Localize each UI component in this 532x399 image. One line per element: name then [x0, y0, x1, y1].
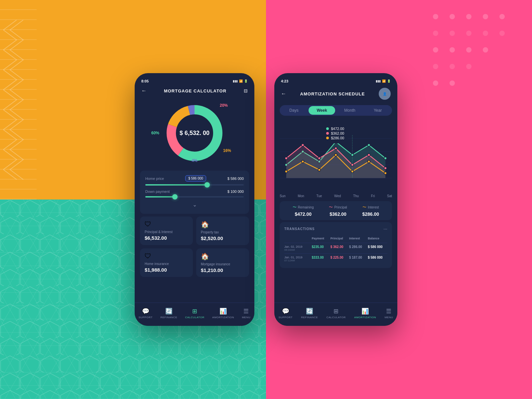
home-price-slider[interactable]	[145, 184, 244, 186]
tr-payment-1: $235.00	[312, 245, 329, 249]
stat-interest-amount: $286.00	[362, 211, 379, 217]
pct-60: 60%	[151, 131, 159, 135]
app-header-1: ← MORTGAGE CALCULATOR ⊟	[135, 85, 254, 96]
nav-calculator-1[interactable]: ⊞ CALCULATOR	[185, 308, 204, 319]
transaction-row-1: Jan. 02, 2019 06:34AM $235.00 $ 362.00 $…	[284, 243, 387, 254]
tr-date-2: Jan. 01, 2019 07:12AM	[284, 256, 310, 262]
tr-balance-1: $ 586 000	[368, 245, 387, 249]
svg-point-37	[285, 157, 288, 160]
nav-calculator-2[interactable]: ⊞ CALCULATOR	[327, 308, 346, 319]
svg-point-36	[384, 157, 387, 160]
stat-remaining-amount: $472.00	[295, 211, 312, 217]
battery-icon: 🔋	[244, 79, 248, 83]
notch-2	[316, 73, 356, 82]
nav-refinance-2[interactable]: 🔄 REFINANCE	[301, 308, 318, 319]
settings-icon-1[interactable]: ⊟	[244, 88, 248, 93]
nav-amortization-1[interactable]: 📊 AMORTIZATION	[212, 308, 234, 319]
donut-amount: $ 6,532. 00	[180, 130, 209, 137]
nav-menu-1[interactable]: ☰ MENU	[242, 308, 251, 319]
signal-icon-2: ▮▮▮	[376, 79, 381, 83]
tab-week[interactable]: Week	[309, 106, 335, 115]
nav-label-amortization-2: AMORTIZATION	[354, 316, 376, 319]
time-1: 8:05	[141, 79, 149, 83]
home-price-badge[interactable]: $ 586 000	[185, 175, 206, 182]
svg-point-40	[334, 147, 337, 150]
down-payment-value: $ 100 000	[227, 190, 244, 194]
nav-label-calculator-2: CALCULATOR	[327, 316, 346, 319]
chart-tooltip: $472.00 $362.00 $286.00	[322, 123, 348, 143]
down-payment-slider[interactable]	[145, 196, 244, 198]
page-title-1: MORTGAGE CALCULATOR	[164, 88, 226, 93]
stat-principal-label-row: 〜 Principal	[329, 204, 347, 210]
down-payment-row: Down payment $ 100 000	[145, 190, 244, 194]
form-section: Home price $ 586 000 $ 586 000 Down paym…	[140, 171, 249, 214]
xaxis-wed: Wed	[334, 194, 341, 198]
nav-label-calculator-1: CALCULATOR	[185, 316, 204, 319]
transactions-section: TRANSACTIONS ··· Payment Principal Inter…	[280, 222, 392, 268]
donut-chart-area: $ 6,532. 00 60% 20% 16% 4%	[135, 96, 254, 168]
card-amount-2: $2,520.00	[201, 235, 244, 241]
house-icon-2: 🏠	[201, 252, 244, 260]
chart-xaxis: Sun Mon Tue Wed Thu Fri Sat	[274, 193, 397, 199]
expand-chevron[interactable]: ⌄	[145, 201, 244, 208]
card-amount-3: $1,988.00	[145, 267, 188, 273]
transactions-header: TRANSACTIONS ···	[284, 226, 387, 231]
xaxis-sun: Sun	[280, 194, 286, 198]
svg-point-42	[367, 154, 370, 156]
nav-label-amortization-1: AMORTIZATION	[212, 316, 234, 319]
menu-icon-1: ☰	[243, 308, 249, 315]
slider-thumb-1[interactable]	[204, 182, 210, 188]
pct-16: 16%	[223, 148, 231, 153]
nav-label-refinance-2: REFINANCE	[301, 316, 318, 319]
avatar: 👤	[379, 88, 391, 100]
shield-icon-1: 🛡	[145, 220, 188, 228]
bottom-nav-1: 💬 SUPPORT 🔄 REFINANCE ⊞ CALCULATOR 📊 AMO…	[135, 303, 254, 326]
bottom-nav-2: 💬 SUPPORT 🔄 REFINANCE ⊞ CALCULATOR 📊 AMO…	[274, 303, 397, 326]
transactions-more[interactable]: ···	[383, 226, 387, 231]
tab-month[interactable]: Month	[336, 106, 363, 115]
tr-header-payment: Payment	[312, 237, 329, 240]
tooltip-row-1: $472.00	[326, 127, 344, 131]
time-period-tabs: Days Week Month Year	[280, 105, 392, 116]
back-button-1[interactable]: ←	[141, 88, 147, 94]
slider-thumb-2[interactable]	[172, 194, 178, 200]
donut-center: $ 6,532. 00	[180, 130, 209, 137]
tab-year[interactable]: Year	[364, 106, 391, 115]
tooltip-row-3: $286.00	[326, 136, 344, 140]
nav-refinance-1[interactable]: 🔄 REFINANCE	[160, 308, 177, 319]
app-header-2: ← AMORTIZATION SCHEDULE 👤	[274, 85, 397, 102]
tooltip-value-3: $286.00	[331, 136, 344, 140]
tr-interest-2: $ 187.00	[349, 256, 366, 259]
tr-date-1: Jan. 02, 2019 06:34AM	[284, 245, 310, 251]
nav-amortization-2[interactable]: 📊 AMORTIZATION	[354, 308, 376, 319]
card-property-tax: 🏠 Property tax $2,520.00	[196, 216, 249, 245]
home-price-label: Home price	[145, 177, 164, 181]
nav-support-2[interactable]: 💬 SUPPORT	[279, 308, 293, 319]
time-2: 4:23	[281, 79, 288, 83]
svg-point-38	[302, 144, 304, 146]
nav-label-menu-1: MENU	[242, 316, 251, 319]
tooltip-value-1: $472.00	[331, 127, 344, 131]
back-button-2[interactable]: ←	[281, 91, 286, 97]
stat-remaining-label-row: 〜 Remaining	[293, 204, 314, 210]
tr-payment-2: $333.00	[312, 256, 329, 259]
nav-label-support-2: SUPPORT	[279, 316, 293, 319]
tr-principal-2: $ 225.00	[331, 256, 348, 259]
transaction-header-row: Payment Principal Interest Balance	[284, 235, 387, 243]
notch-1	[175, 73, 214, 82]
stat-interest-label-row: 〜 Interest	[362, 204, 379, 210]
tr-interest-1: $ 286.00	[349, 245, 366, 249]
stat-remaining: 〜 Remaining $472.00	[293, 204, 314, 217]
amortization-icon-1: 📊	[219, 308, 227, 315]
nav-support-1[interactable]: 💬 SUPPORT	[139, 308, 153, 319]
battery-icon-2: 🔋	[387, 79, 391, 83]
svg-point-47	[334, 154, 337, 156]
status-icons-2: ▮▮▮ 📶 🔋	[376, 79, 391, 83]
nav-menu-2[interactable]: ☰ MENU	[385, 308, 393, 319]
wave-interest: 〜	[362, 204, 366, 210]
transaction-row-2: Jan. 01, 2019 07:12AM $333.00 $ 225.00 $…	[284, 254, 387, 264]
down-payment-label: Down payment	[145, 190, 170, 194]
tab-days[interactable]: Days	[281, 106, 307, 115]
stats-row: 〜 Remaining $472.00 〜 Principal $362.00 …	[280, 201, 392, 220]
svg-point-46	[318, 169, 321, 171]
